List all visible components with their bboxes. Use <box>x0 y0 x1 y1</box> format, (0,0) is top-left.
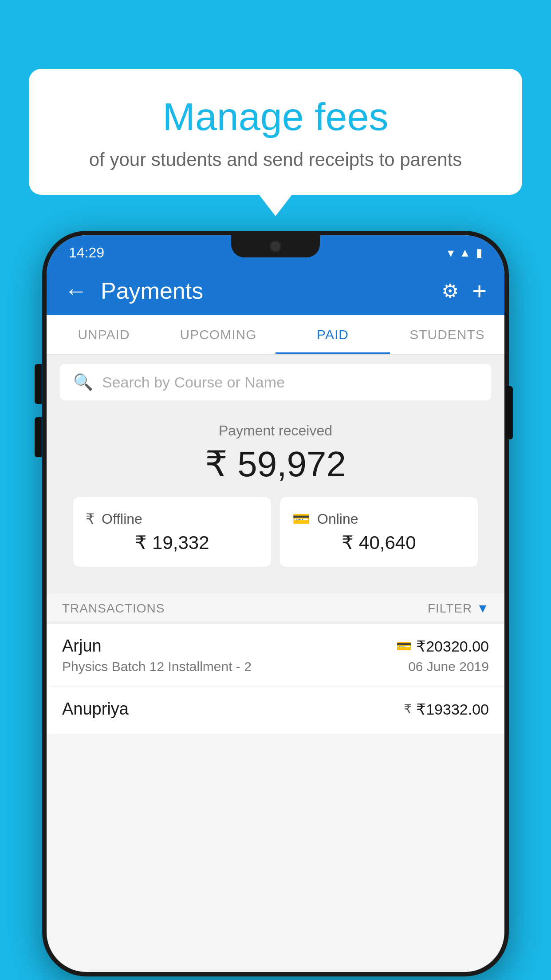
app-bar-actions: ⚙ + <box>441 277 487 305</box>
student-name-2: Anupriya <box>62 699 129 719</box>
phone-outer: 14:29 ▾ ▲ ▮ ← Payments ⚙ + UNPAID <box>42 231 509 976</box>
volume-down-button <box>35 417 42 457</box>
search-bar[interactable]: 🔍 Search by Course or Name <box>60 364 491 400</box>
student-name-1: Arjun <box>62 636 102 656</box>
course-name-1: Physics Batch 12 Installment - 2 <box>62 659 252 674</box>
settings-icon[interactable]: ⚙ <box>441 280 459 302</box>
tab-students[interactable]: STUDENTS <box>390 315 504 354</box>
battery-icon: ▮ <box>476 246 482 260</box>
online-card-top: 💳 Online <box>292 510 465 527</box>
status-time: 14:29 <box>69 245 104 261</box>
back-button[interactable]: ← <box>64 277 87 304</box>
add-icon[interactable]: + <box>472 277 487 305</box>
signal-icon: ▲ <box>459 246 471 260</box>
tab-paid[interactable]: PAID <box>276 315 390 354</box>
filter-icon: ▼ <box>476 601 489 616</box>
bubble-title: Manage fees <box>64 95 487 138</box>
transaction-date-1: 06 June 2019 <box>408 659 489 674</box>
payment-received-label: Payment received <box>60 423 491 439</box>
transaction-top-2: Anupriya ₹ ₹19332.00 <box>62 699 489 719</box>
app-bar-title: Payments <box>101 277 428 304</box>
tab-unpaid[interactable]: UNPAID <box>47 315 161 354</box>
search-icon: 🔍 <box>73 373 93 391</box>
power-button <box>506 386 513 439</box>
transaction-bottom-1: Physics Batch 12 Installment - 2 06 June… <box>62 659 489 674</box>
tab-upcoming[interactable]: UPCOMING <box>161 315 276 354</box>
online-label: Online <box>317 511 358 527</box>
transactions-header: TRANSACTIONS FILTER ▼ <box>47 593 504 624</box>
speech-bubble-box: Manage fees of your students and send re… <box>29 69 522 195</box>
filter-area[interactable]: FILTER ▼ <box>428 601 489 616</box>
online-icon: 💳 <box>292 510 310 527</box>
offline-card-top: ₹ Offline <box>86 510 259 527</box>
total-amount: ₹ 59,972 <box>60 443 491 485</box>
front-camera <box>269 240 282 253</box>
transaction-amount-1: ₹20320.00 <box>416 637 489 655</box>
search-bar-wrapper: 🔍 Search by Course or Name <box>47 355 504 409</box>
amount-area-2: ₹ ₹19332.00 <box>404 700 489 718</box>
phone-notch <box>231 235 320 257</box>
summary-area: Payment received ₹ 59,972 ₹ Offline ₹ 19… <box>47 409 504 593</box>
search-input[interactable]: Search by Course or Name <box>102 374 285 391</box>
offline-card: ₹ Offline ₹ 19,332 <box>73 497 271 567</box>
phone: 14:29 ▾ ▲ ▮ ← Payments ⚙ + UNPAID <box>42 231 509 976</box>
amount-area-1: 💳 ₹20320.00 <box>396 637 489 655</box>
filter-label: FILTER <box>428 601 472 616</box>
offline-label: Offline <box>102 511 142 527</box>
table-row[interactable]: Anupriya ₹ ₹19332.00 <box>47 687 504 735</box>
app-bar: ← Payments ⚙ + <box>47 266 504 315</box>
tabs-bar: UNPAID UPCOMING PAID STUDENTS <box>47 315 504 355</box>
cash-payment-icon-2: ₹ <box>404 702 412 716</box>
bubble-subtitle: of your students and send receipts to pa… <box>64 149 487 170</box>
status-icons: ▾ ▲ ▮ <box>448 245 482 260</box>
offline-amount: ₹ 19,332 <box>86 532 259 553</box>
payment-cards: ₹ Offline ₹ 19,332 💳 Online ₹ 40,640 <box>60 497 491 580</box>
transaction-list: Arjun 💳 ₹20320.00 Physics Batch 12 Insta… <box>47 624 504 735</box>
online-amount: ₹ 40,640 <box>292 532 465 553</box>
online-card: 💳 Online ₹ 40,640 <box>280 497 478 567</box>
transaction-top-1: Arjun 💳 ₹20320.00 <box>62 636 489 656</box>
offline-icon: ₹ <box>86 510 94 527</box>
transactions-label: TRANSACTIONS <box>62 601 165 616</box>
volume-up-button <box>35 364 42 404</box>
speech-bubble: Manage fees of your students and send re… <box>29 69 522 195</box>
wifi-icon: ▾ <box>448 245 454 260</box>
phone-screen: 14:29 ▾ ▲ ▮ ← Payments ⚙ + UNPAID <box>47 235 504 972</box>
transaction-amount-2: ₹19332.00 <box>416 700 489 718</box>
card-payment-icon-1: 💳 <box>396 639 412 653</box>
table-row[interactable]: Arjun 💳 ₹20320.00 Physics Batch 12 Insta… <box>47 624 504 687</box>
